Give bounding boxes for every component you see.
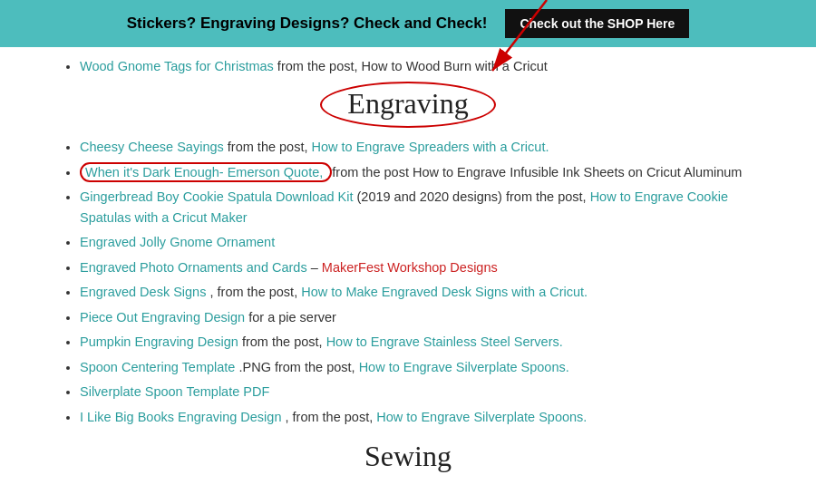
engraving-section-heading-wrapper: Engraving	[54, 82, 762, 128]
top-list: Wood Gnome Tags for Christmas from the p…	[54, 56, 762, 76]
list-item: Engraved Jolly Gnome Ornament	[80, 232, 762, 252]
piece-out-link[interactable]: Piece Out Engraving Design	[80, 310, 245, 325]
list-item: Engraved Photo Ornaments and Cards – Mak…	[80, 257, 762, 277]
item-suffix: from the post, How to Wood Burn with a C…	[277, 59, 548, 73]
list-item-circled: When it's Dark Enough- Emerson Quote, fr…	[80, 162, 762, 182]
list-item: Gingerbread Boy Cookie Spatula Download …	[80, 187, 762, 228]
desk-signs-link[interactable]: Engraved Desk Signs	[80, 285, 206, 299]
list-item: Pumpkin Engraving Design from the post, …	[80, 332, 762, 352]
list-item: I Like Big Books Engraving Design , from…	[80, 407, 762, 427]
list-item: Spoon Centering Template .PNG from the p…	[80, 357, 762, 377]
wood-gnome-link[interactable]: Wood Gnome Tags for Christmas	[80, 59, 274, 73]
photo-ornaments-link[interactable]: Engraved Photo Ornaments and Cards	[80, 260, 307, 275]
circled-annotation: When it's Dark Enough- Emerson Quote,	[80, 162, 332, 182]
emerson-quote-link[interactable]: When it's Dark Enough- Emerson Quote,	[85, 165, 323, 179]
engraving-list: Cheesy Cheese Sayings from the post, How…	[54, 137, 762, 427]
list-item: Piece Out Engraving Design for a pie ser…	[80, 307, 762, 327]
sewing-heading: Sewing	[54, 440, 762, 473]
pumpkin-link[interactable]: Pumpkin Engraving Design	[80, 334, 238, 349]
engrave-stainless-link[interactable]: How to Engrave Stainless Steel Servers.	[326, 334, 563, 349]
list-item: Cheesy Cheese Sayings from the post, How…	[80, 137, 762, 157]
shop-button[interactable]: Check out the SHOP Here	[505, 9, 689, 38]
list-item: Silverplate Spoon Template PDF	[80, 382, 762, 402]
engrave-silverplate-link2[interactable]: How to Engrave Silverplate Spoons.	[376, 410, 587, 424]
jolly-gnome-link[interactable]: Engraved Jolly Gnome Ornament	[80, 235, 275, 249]
big-books-link[interactable]: I Like Big Books Engraving Design	[80, 410, 281, 424]
makerfest-link[interactable]: MakerFest Workshop Designs	[322, 260, 498, 275]
engraving-heading: Engraving	[320, 82, 495, 128]
banner-text: Stickers? Engraving Designs? Check and C…	[127, 15, 488, 33]
engrave-silverplate-link1[interactable]: How to Engrave Silverplate Spoons.	[359, 360, 569, 374]
spoon-centering-link[interactable]: Spoon Centering Template	[80, 360, 235, 374]
silverplate-pdf-link[interactable]: Silverplate Spoon Template PDF	[80, 384, 269, 399]
list-item: Engraved Desk Signs , from the post, How…	[80, 282, 762, 302]
list-item: Wood Gnome Tags for Christmas from the p…	[80, 56, 762, 76]
banner: Stickers? Engraving Designs? Check and C…	[0, 0, 816, 47]
cheesy-cheese-link[interactable]: Cheesy Cheese Sayings	[80, 140, 224, 154]
main-content: Wood Gnome Tags for Christmas from the p…	[0, 47, 816, 491]
engrave-spreaders-link[interactable]: How to Engrave Spreaders with a Cricut.	[312, 140, 549, 154]
make-desk-signs-link[interactable]: How to Make Engraved Desk Signs with a C…	[301, 285, 588, 299]
gingerbread-link[interactable]: Gingerbread Boy Cookie Spatula Download …	[80, 189, 353, 204]
